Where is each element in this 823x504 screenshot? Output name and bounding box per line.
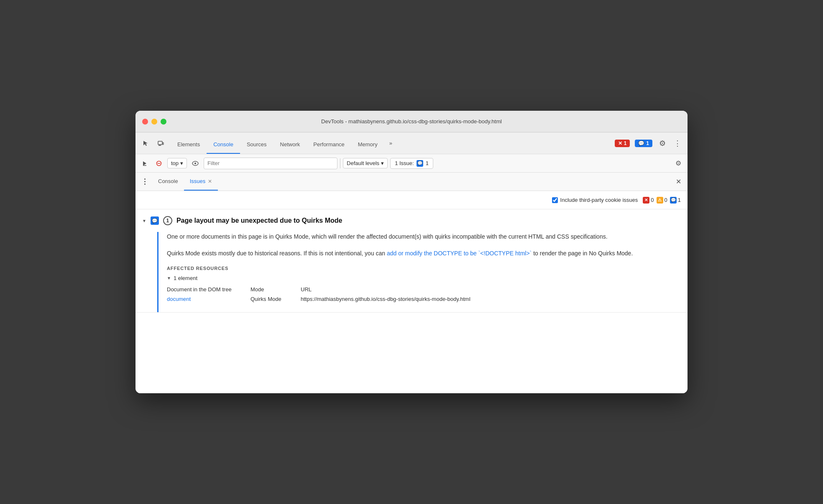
more-tabs-button[interactable]: » [386, 134, 396, 153]
col-header-mode: Mode [250, 285, 301, 294]
table-row: document Quirks Mode https://mathiasbyne… [167, 294, 679, 304]
cell-url: https://mathiasbynens.github.io/css-dbg-… [301, 294, 679, 304]
cell-document: document [167, 294, 250, 304]
cookie-checkbox-label[interactable]: Include third-party cookie issues [552, 197, 638, 203]
collapse-arrow-icon: ▼ [142, 219, 146, 223]
issue-description-2: Quirks Mode exists mostly due to histori… [167, 249, 679, 258]
console-toolbar: top ▾ Default levels ▾ 1 Issue: 💬 1 ⚙ [135, 154, 688, 173]
col-header-document: Document in the DOM tree [167, 285, 250, 294]
tab-memory[interactable]: Memory [351, 135, 384, 154]
console-settings-button[interactable]: ⚙ [672, 158, 684, 169]
close-panel-button[interactable]: ✕ [672, 176, 684, 188]
info-count-indicator: 💬 1 [670, 197, 681, 204]
issues-badge-button[interactable]: 1 Issue: 💬 1 [390, 158, 433, 169]
filter-input[interactable] [204, 158, 337, 169]
maximize-button[interactable] [161, 119, 166, 125]
issue-count-icon: 💬 [417, 160, 423, 167]
panel-options-dots[interactable] [139, 176, 151, 188]
settings-button[interactable]: ⚙ [656, 137, 669, 150]
cursor-icon[interactable] [139, 137, 152, 150]
issue-type-icon: 💬 [151, 216, 159, 225]
col-header-url: URL [301, 285, 679, 294]
filter-divider [340, 158, 340, 168]
info-icon: 💬 [638, 140, 644, 146]
tab-bar: Elements Console Sources Network Perform… [135, 132, 688, 154]
execute-button[interactable] [139, 158, 151, 169]
window-title: DevTools - mathiasbynens.github.io/css-d… [321, 118, 502, 125]
main-tab-bar: Elements Console Sources Network Perform… [169, 132, 384, 154]
issues-panel: ▼ 💬 1 Page layout may be unexpected due … [135, 209, 688, 393]
svg-rect-0 [158, 141, 162, 145]
device-icon[interactable] [154, 137, 167, 150]
svg-point-9 [194, 163, 196, 164]
tab-sources[interactable]: Sources [240, 135, 273, 154]
chevron-down-icon: ▾ [381, 160, 384, 166]
panel-tabs: Console Issues ✕ ✕ [135, 173, 688, 191]
tab-elements[interactable]: Elements [171, 135, 207, 154]
eye-button[interactable] [189, 158, 201, 169]
issues-filter-bar: Include third-party cookie issues ✕ 0 ⚠ … [135, 191, 688, 209]
error-count-badge[interactable]: ✕ 1 [615, 140, 630, 147]
clear-console-button[interactable] [153, 158, 165, 169]
tab-performance[interactable]: Performance [307, 135, 351, 154]
tab-network[interactable]: Network [273, 135, 307, 154]
chevron-down-icon: ▾ [180, 160, 183, 166]
cookie-checkbox[interactable] [552, 197, 558, 203]
error-icon: ✕ [618, 140, 622, 146]
more-options-button[interactable]: ⋮ [671, 137, 684, 150]
issue-group: ▼ 💬 1 Page layout may be unexpected due … [135, 209, 688, 313]
affected-resources-label: AFFECTED RESOURCES [167, 266, 679, 271]
error-badge-icon: ✕ [643, 197, 649, 204]
issue-group-header[interactable]: ▼ 💬 1 Page layout may be unexpected due … [135, 209, 688, 232]
info-count-badge[interactable]: 💬 1 [635, 140, 652, 147]
close-button[interactable] [142, 119, 148, 125]
panel-tab-console[interactable]: Console [152, 173, 184, 191]
context-selector[interactable]: top ▾ [167, 158, 187, 168]
devtools-window: DevTools - mathiasbynens.github.io/css-d… [135, 111, 688, 393]
minimize-button[interactable] [151, 119, 157, 125]
title-bar: DevTools - mathiasbynens.github.io/css-d… [135, 111, 688, 132]
warning-count-indicator: ⚠ 0 [657, 197, 667, 204]
issue-description-1: One or more documents in this page is in… [167, 232, 679, 241]
issue-count-group: ✕ 0 ⚠ 0 💬 1 [643, 197, 681, 204]
panel-tab-issues[interactable]: Issues ✕ [184, 173, 218, 191]
info-badge-icon: 💬 [670, 197, 677, 204]
levels-selector[interactable]: Default levels ▾ [343, 158, 388, 168]
window-controls [142, 119, 166, 125]
issue-count-circle: 1 [163, 216, 172, 225]
element-group-header[interactable]: ▼ 1 element [167, 275, 679, 281]
tab-console[interactable]: Console [207, 135, 240, 154]
warning-badge-icon: ⚠ [657, 197, 663, 204]
element-group: ▼ 1 element Document in the DOM tree Mod… [167, 275, 679, 304]
issue-detail: One or more documents in this page is in… [157, 232, 688, 312]
error-count-indicator: ✕ 0 [643, 197, 654, 204]
element-collapse-icon: ▼ [167, 276, 171, 280]
close-issues-tab-button[interactable]: ✕ [208, 178, 212, 184]
doctype-link[interactable]: add or modify the DOCTYPE to be `<!DOCTY… [387, 250, 532, 257]
svg-marker-4 [143, 161, 146, 165]
issue-title: Page layout may be unexpected due to Qui… [176, 217, 342, 224]
svg-rect-1 [163, 143, 164, 145]
document-link[interactable]: document [167, 296, 191, 302]
resources-table: Document in the DOM tree Mode URL docume… [167, 285, 679, 304]
cell-mode: Quirks Mode [250, 294, 301, 304]
